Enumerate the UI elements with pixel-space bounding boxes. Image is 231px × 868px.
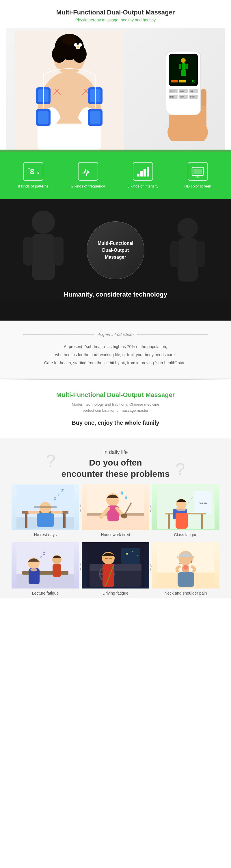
- housework-illustration: 💧 💧: [87, 485, 144, 529]
- driving-scene: [82, 542, 149, 589]
- housework-label: Housework tired: [99, 530, 131, 539]
- svg-text:SPEED: SPEED: [190, 96, 195, 98]
- daily-section: ? In daily life Do you often encounter t…: [0, 438, 231, 598]
- svg-rect-39: [179, 80, 186, 83]
- feature-screen: HD color screen: [176, 162, 220, 189]
- svg-rect-77: [25, 514, 28, 528]
- svg-text:z: z: [54, 496, 56, 500]
- hero-section: Multi-Functional Dual-Output Massager Ph…: [0, 0, 231, 150]
- svg-text:88: 88: [192, 80, 195, 83]
- svg-rect-16: [38, 111, 48, 124]
- daily-title: Do you often encounter these problems: [61, 457, 169, 479]
- product-section: Multi-Functional Dual-Output Massager Mo…: [0, 380, 231, 438]
- svg-text:LEVEL: LEVEL: [169, 96, 174, 98]
- svg-rect-107: [176, 513, 188, 529]
- device-hand-area: 88 OUTPUT MODE TIME LEVEL WEAK SPEED: [150, 40, 214, 141]
- expert-section: -Expert introduction- At present, "sub-h…: [0, 320, 231, 379]
- svg-point-22: [79, 43, 82, 46]
- svg-rect-122: [89, 564, 142, 571]
- svg-rect-59: [147, 167, 149, 177]
- driving-label: Driving fatigue: [101, 589, 130, 598]
- product-tagline: Buy one, enjoy the whole family: [17, 420, 214, 426]
- svg-rect-102: [168, 515, 170, 529]
- woman-illustration: [14, 31, 124, 150]
- rest-label: No rest days: [33, 530, 58, 539]
- svg-text:MODE: MODE: [180, 90, 184, 92]
- svg-rect-57: [140, 171, 143, 177]
- problem-lecture: z z Lecture fatigue: [11, 542, 79, 598]
- screen-icon-box: [188, 162, 208, 181]
- lecture-illustration: z z: [16, 544, 74, 587]
- lecture-label: Lecture fatigue: [31, 589, 60, 598]
- svg-text:OUTPUT: OUTPUT: [169, 90, 176, 92]
- daily-header: ? In daily life Do you often encounter t…: [11, 450, 220, 481]
- svg-point-32: [181, 58, 186, 63]
- problem-driving: Driving fatigue: [82, 542, 149, 598]
- svg-rect-78: [63, 514, 66, 528]
- svg-rect-80: [34, 506, 57, 508]
- svg-text:BOARD: BOARD: [199, 502, 207, 505]
- svg-rect-8: [38, 124, 101, 150]
- svg-rect-134: [121, 548, 140, 564]
- svg-text:❧: ❧: [28, 166, 30, 170]
- svg-point-24: [77, 46, 79, 48]
- housework-scene: 💧 💧: [82, 484, 149, 530]
- hero-image: 88 OUTPUT MODE TIME LEVEL WEAK SPEED: [6, 28, 225, 150]
- intensity-label: 8 kinds of intensity: [128, 184, 158, 189]
- product-badge: Multi-FunctionalDual-OutputMassager: [87, 221, 144, 279]
- svg-rect-38: [171, 80, 178, 83]
- svg-rect-58: [144, 169, 146, 177]
- svg-rect-103: [201, 515, 203, 529]
- frequency-icon-box: [78, 162, 98, 181]
- svg-point-106: [176, 507, 187, 511]
- svg-point-69: [178, 218, 198, 238]
- svg-rect-63: [193, 169, 202, 174]
- feature-intensity: 8 kinds of intensity: [121, 162, 164, 189]
- svg-text:z: z: [43, 551, 45, 556]
- svg-point-142: [183, 565, 188, 570]
- lecture-scene: z z: [11, 542, 79, 589]
- class-label: Class fatigue: [173, 530, 199, 539]
- problems-row-inner-2: z z Lecture fatigue /: [11, 542, 220, 598]
- neck-label: Neck and shoulder pain: [163, 589, 208, 598]
- rest-scene: z z z: [11, 484, 79, 530]
- svg-text:z: z: [61, 488, 64, 493]
- intensity-icon: [136, 165, 150, 178]
- svg-rect-37: [184, 70, 186, 76]
- problems-row-inner-1: z z z No rest days /: [11, 484, 220, 539]
- product-subtitle: Modern technology and traditional Chines…: [17, 402, 214, 414]
- class-scene: BOARD: [152, 484, 220, 530]
- driving-illustration: [87, 544, 144, 587]
- svg-rect-70: [178, 238, 198, 281]
- neck-illustration: ✦ ✦: [157, 544, 215, 587]
- dark-section: Multi-FunctionalDual-OutputMassager Huma…: [0, 199, 231, 320]
- svg-text:TIME: TIME: [190, 90, 193, 92]
- frequency-icon: [81, 165, 95, 178]
- svg-rect-83: [51, 511, 63, 514]
- patterns-label: 8 kinds of patterns: [18, 184, 48, 189]
- svg-point-135: [126, 553, 128, 555]
- svg-text:✦: ✦: [190, 560, 193, 564]
- svg-text:💧: 💧: [124, 495, 128, 499]
- badge-text: Multi-FunctionalDual-OutputMassager: [98, 240, 133, 261]
- svg-point-137: [137, 555, 138, 556]
- svg-text:❧: ❧: [37, 171, 40, 175]
- svg-rect-73: [0, 300, 231, 320]
- green-divider: [0, 150, 231, 152]
- svg-text:✦: ✦: [179, 561, 181, 565]
- svg-rect-143: [178, 572, 194, 587]
- question-mark-right: ?: [176, 461, 185, 478]
- dark-tagline: Humanity, considerate technology: [64, 291, 167, 298]
- svg-rect-34: [179, 64, 181, 69]
- class-illustration: BOARD: [157, 485, 215, 529]
- svg-rect-35: [185, 64, 188, 69]
- product-title: Multi-Functional Dual-Output Massager: [17, 391, 214, 399]
- question-mark-left: ?: [46, 452, 55, 470]
- svg-point-115: [30, 568, 37, 571]
- svg-rect-68: [53, 237, 64, 266]
- svg-rect-28: [201, 89, 206, 106]
- svg-point-136: [132, 551, 133, 552]
- feature-patterns: ❧ 8 ❧ 8 kinds of patterns: [11, 162, 55, 189]
- screen-label: HD color screen: [184, 184, 211, 189]
- svg-rect-71: [170, 241, 179, 267]
